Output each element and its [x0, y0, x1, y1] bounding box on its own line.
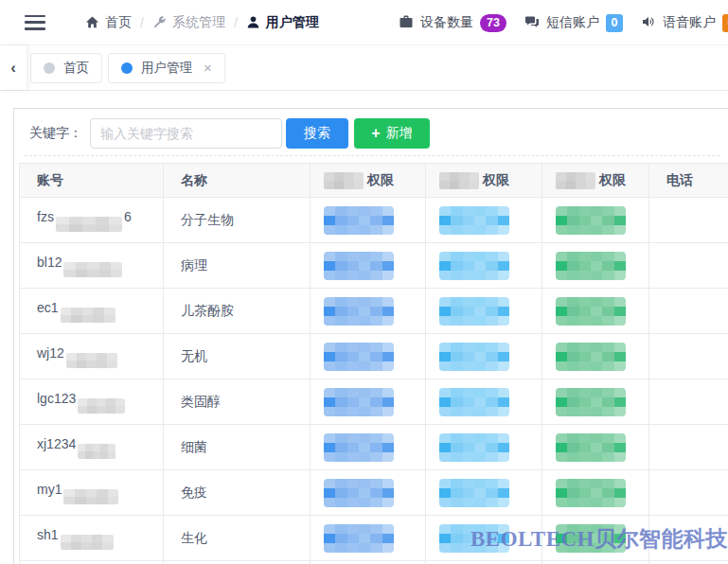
tab-scroll-left-button[interactable]: ‹ — [0, 45, 27, 90]
account-prefix: fzs — [37, 209, 54, 224]
name-text: 生化 — [181, 530, 207, 545]
device-count-label: 设备数量 — [420, 14, 473, 31]
breadcrumb-users-label: 用户管理 — [266, 14, 319, 31]
permission-tag-blurred — [556, 343, 626, 371]
breadcrumb-system-label: 系统管理 — [172, 14, 225, 31]
account-blur — [63, 262, 122, 277]
permission-tag-blurred — [556, 479, 626, 507]
name-cell: 免疫 — [164, 470, 311, 516]
account-prefix: bl12 — [37, 255, 62, 270]
column-header-permission-2: 权限 — [426, 164, 542, 198]
table-row: lgc123 类固醇 — [20, 379, 728, 425]
account-prefix: my1 — [37, 482, 62, 497]
permission-tag-blurred — [439, 297, 509, 326]
account-suffix: 6 — [124, 209, 132, 224]
permission-tag-blurred — [556, 524, 626, 553]
permission-tag-blurred — [439, 433, 509, 462]
name-cell: 类固醇 — [164, 379, 311, 425]
name-cell: 无机 — [164, 334, 311, 379]
column-header-permission-label: 权限 — [599, 172, 626, 189]
permission-tag-blurred — [556, 297, 626, 326]
hamburger-menu-button[interactable] — [25, 15, 45, 30]
name-cell: 病理 — [164, 243, 311, 289]
device-count-badge: 73 — [480, 14, 506, 32]
table-row: ec1 儿茶酚胺 — [20, 289, 728, 334]
phone-cell — [649, 243, 728, 289]
permission-cell-1 — [311, 289, 426, 334]
column-header-account: 账号 — [20, 164, 164, 198]
permission-cell-3 — [542, 243, 649, 289]
permission-tag-blurred — [324, 388, 394, 416]
permission-cell-2 — [426, 425, 542, 470]
permission-tag-blurred — [556, 252, 626, 280]
tab-user-management[interactable]: 用户管理 × — [108, 53, 225, 83]
permission-cell-3 — [542, 425, 649, 470]
permission-cell-3 — [542, 198, 649, 243]
add-button-label: 新增 — [386, 125, 413, 142]
tab-close-icon[interactable]: × — [204, 61, 212, 75]
user-icon — [246, 15, 260, 29]
top-navbar: 首页 / 系统管理 / 用户管理 设备数量 73 — [0, 0, 728, 45]
search-button[interactable]: 搜索 — [286, 118, 348, 149]
permission-cell-1 — [311, 243, 426, 289]
permission-cell-2 — [426, 289, 542, 334]
permission-tag-blurred — [439, 343, 509, 371]
permission-tag-blurred — [556, 433, 626, 462]
wrench-icon — [152, 15, 167, 29]
breadcrumb-home[interactable]: 首页 — [85, 14, 132, 31]
add-button[interactable]: +新增 — [354, 118, 430, 149]
name-text: 细菌 — [181, 439, 207, 454]
column-header-permission-3: 权限 — [542, 164, 649, 198]
plus-icon: + — [371, 126, 380, 141]
name-cell: 儿茶酚胺 — [164, 289, 311, 334]
table-row: fzs6 分子生物 — [20, 198, 728, 243]
permission-tag-blurred — [439, 388, 509, 416]
tab-home[interactable]: 首页 — [30, 53, 102, 83]
name-text: 免疫 — [181, 485, 207, 500]
account-prefix: lgc123 — [37, 391, 76, 406]
phone-cell — [649, 470, 728, 516]
permission-cell-3 — [542, 289, 649, 334]
phone-cell — [649, 289, 728, 334]
breadcrumb-users: 用户管理 — [246, 14, 319, 31]
sms-account-badge: 0 — [606, 14, 623, 32]
name-text: 分子生物 — [181, 212, 234, 227]
permission-cell-2 — [426, 334, 542, 379]
permission-tag-blurred — [324, 433, 394, 462]
account-cell: xj1234 — [20, 425, 164, 470]
column-header-permission-1: 权限 — [311, 164, 426, 198]
permission-tag-blurred — [324, 524, 394, 553]
breadcrumb: 首页 / 系统管理 / 用户管理 — [85, 14, 319, 31]
permission-cell-2 — [426, 379, 542, 425]
account-prefix: xj1234 — [37, 436, 76, 451]
table-row: bl12 病理 — [20, 243, 728, 289]
table-row: sh1 生化 — [20, 516, 728, 561]
account-blur — [61, 535, 114, 550]
account-blur — [56, 217, 122, 232]
account-cell: lgc123 — [20, 379, 164, 425]
speaker-icon — [641, 14, 656, 32]
phone-cell — [649, 425, 728, 470]
permission-tag-blurred — [556, 388, 626, 416]
permission-cell-1 — [311, 379, 426, 425]
name-text: 类固醇 — [181, 394, 221, 409]
account-cell: bl12 — [20, 243, 164, 289]
permission-tag-blurred — [439, 206, 509, 235]
keyword-label: 关键字： — [29, 125, 82, 142]
keyword-search-input[interactable] — [90, 118, 282, 149]
home-icon — [85, 15, 99, 29]
account-blur — [61, 308, 115, 323]
breadcrumb-system[interactable]: 系统管理 — [152, 14, 225, 31]
tab-status-dot — [44, 62, 55, 74]
phone-cell — [649, 198, 728, 243]
permission-cell-3 — [542, 470, 649, 516]
permission-tag-blurred — [324, 343, 394, 371]
account-cell: my1 — [20, 470, 164, 516]
sms-account-stat: 短信账户 0 — [524, 14, 623, 32]
column-header-permission-label: 权限 — [483, 172, 509, 189]
voice-account-badge: 0 — [722, 14, 728, 32]
blurred-text — [556, 172, 595, 189]
account-prefix: ec1 — [37, 300, 59, 315]
permission-tag-blurred — [439, 524, 509, 553]
name-cell: 细菌 — [164, 425, 311, 470]
